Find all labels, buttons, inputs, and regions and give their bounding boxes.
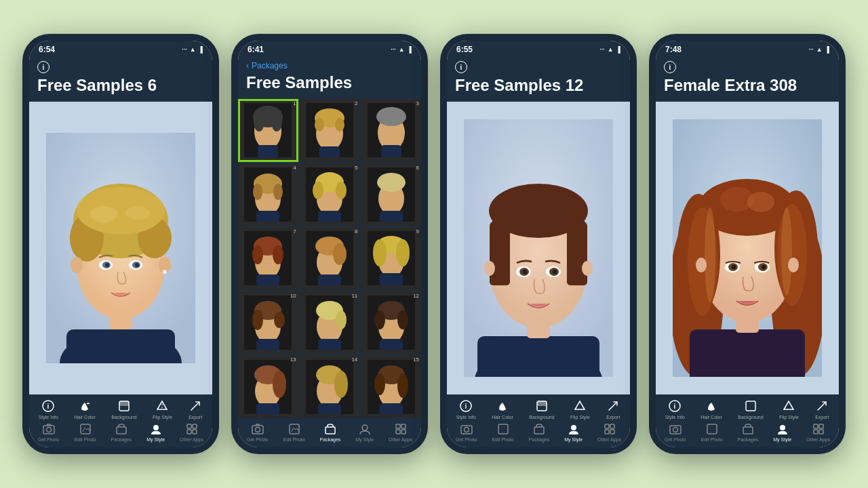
hair-color-button-3[interactable]: Hair Color [492, 399, 513, 420]
svg-rect-189 [743, 427, 753, 434]
svg-rect-122 [396, 424, 400, 428]
hair-color-button[interactable]: Hair Color [74, 399, 96, 420]
hair-grid: 1 2 [238, 99, 421, 418]
other-apps-label-3: Other Apps [597, 437, 621, 442]
flip-style-button-4[interactable]: Flip Style [779, 399, 799, 420]
phone-1-status-icons: ··· ▲ ▐ [182, 46, 203, 53]
cell-6-number: 6 [416, 165, 419, 171]
signal-icon: ··· [182, 46, 187, 53]
phone-4-status-icons: ··· ▲ ▐ [808, 46, 829, 53]
back-arrow-icon[interactable]: ‹ [246, 61, 249, 70]
svg-rect-162 [690, 329, 805, 377]
edit-photo-tab-3[interactable]: Edit Photo [492, 422, 513, 442]
phone-1-face-svg [46, 133, 195, 363]
my-style-icon-3 [567, 422, 580, 436]
hair-cell-9[interactable]: 9 [361, 227, 421, 290]
background-label-4: Background [738, 415, 763, 420]
svg-rect-157 [605, 430, 609, 434]
hair-cell-4[interactable]: 4 [238, 163, 298, 226]
my-style-tab[interactable]: My Style [146, 422, 165, 442]
cell-13-number: 13 [290, 357, 296, 363]
hair-cell-15[interactable]: 15 [361, 355, 421, 418]
hair-cell-5[interactable]: 5 [300, 163, 360, 226]
export-button[interactable]: Export [188, 399, 203, 420]
style-info-button[interactable]: i Style Info [39, 399, 58, 420]
style-info-label: Style Info [39, 415, 58, 420]
get-photo-tab-4[interactable]: Get Photo [665, 422, 686, 442]
svg-point-38 [254, 113, 264, 131]
flip-style-button[interactable]: Flip Style [153, 399, 172, 420]
my-style-tab-2[interactable]: My Style [355, 422, 374, 442]
svg-point-16 [135, 263, 139, 267]
info-icon[interactable]: i [37, 61, 50, 73]
get-photo-tab-3[interactable]: Get Photo [456, 422, 477, 442]
packages-label-3: Packages [529, 437, 550, 442]
other-apps-tab-4[interactable]: Other Apps [806, 422, 830, 442]
my-style-tab-3[interactable]: My Style [564, 422, 583, 442]
phone-4-title: Female Extra 308 [664, 76, 831, 95]
svg-text:i: i [674, 403, 676, 410]
export-button-4[interactable]: Export [814, 399, 829, 420]
export-icon-3 [606, 399, 620, 413]
flip-style-icon [155, 399, 170, 413]
other-apps-icon-2 [394, 422, 408, 436]
phone-3-toolbar-top-row: i Style Info Hair Color B [448, 399, 629, 420]
hair-cell-14[interactable]: 14 [300, 355, 360, 418]
packages-tab-4[interactable]: Packages [738, 422, 759, 442]
phone-1-toolbar-top-row: i Style Info Hair Color B [31, 399, 211, 420]
cell-3-number: 3 [416, 100, 419, 106]
back-label[interactable]: Packages [252, 61, 288, 70]
my-style-tab-4[interactable]: My Style [773, 422, 791, 442]
hair-cell-1[interactable]: 1 [238, 99, 298, 162]
my-style-icon-4 [776, 422, 789, 436]
flip-style-button-3[interactable]: Flip Style [570, 399, 590, 420]
export-label-3: Export [606, 415, 620, 420]
get-photo-tab[interactable]: Get Photo [38, 422, 60, 442]
edit-photo-tab-4[interactable]: Edit Photo [701, 422, 722, 442]
info-icon-4[interactable]: i [664, 61, 676, 73]
other-apps-tab-3[interactable]: Other Apps [597, 422, 621, 442]
edit-photo-tab[interactable]: Edit Photo [74, 422, 96, 442]
hair-cell-13[interactable]: 13 [238, 355, 298, 418]
packages-icon-2 [323, 422, 337, 436]
style-info-button-4[interactable]: i Style Info [665, 399, 685, 420]
background-button-4[interactable]: Background [738, 399, 763, 420]
hair-cell-10[interactable]: 10 [238, 291, 298, 354]
svg-rect-184 [746, 401, 755, 411]
hair-color-icon-3 [495, 399, 510, 413]
background-button-3[interactable]: Background [529, 399, 554, 420]
export-button-3[interactable]: Export [606, 399, 620, 420]
my-style-label-2: My Style [355, 437, 374, 442]
packages-icon [115, 422, 128, 436]
phone-3-photo [447, 102, 630, 394]
hair-cell-3[interactable]: 3 [361, 99, 421, 162]
style-info-button-3[interactable]: i Style Info [456, 399, 476, 420]
svg-rect-2 [66, 329, 175, 363]
phone-3-header: i Free Samples 12 [447, 57, 630, 102]
info-icon-3[interactable]: i [455, 61, 467, 73]
phone-2-tab-row: Get Photo Edit Photo Packages [239, 422, 420, 442]
hair-cell-11[interactable]: 11 [300, 291, 360, 354]
flip-style-icon-4 [781, 399, 796, 413]
svg-point-71 [273, 245, 283, 264]
hair-cell-2[interactable]: 2 [300, 99, 360, 162]
packages-tab[interactable]: Packages [111, 422, 132, 442]
get-photo-tab-2[interactable]: Get Photo [247, 422, 269, 442]
other-apps-tab[interactable]: Other Apps [180, 422, 203, 442]
svg-point-181 [788, 258, 799, 272]
hair-color-button-4[interactable]: Hair Color [701, 399, 722, 420]
other-apps-tab-2[interactable]: Other Apps [389, 422, 412, 442]
svg-point-9 [90, 206, 117, 222]
packages-tab-3[interactable]: Packages [529, 422, 550, 442]
hair-cell-12[interactable]: 12 [361, 291, 421, 354]
background-button[interactable]: Background [111, 399, 136, 420]
hair-cell-7[interactable]: 7 [238, 227, 298, 290]
edit-photo-tab-2[interactable]: Edit Photo [283, 422, 304, 442]
svg-rect-120 [326, 427, 335, 434]
packages-tab-2[interactable]: Packages [320, 422, 341, 442]
svg-point-49 [376, 107, 406, 126]
hair-color-icon-4 [704, 399, 719, 413]
hair-cell-6[interactable]: 6 [361, 163, 421, 226]
hair-cell-8[interactable]: 8 [300, 227, 360, 290]
svg-rect-123 [401, 424, 406, 428]
